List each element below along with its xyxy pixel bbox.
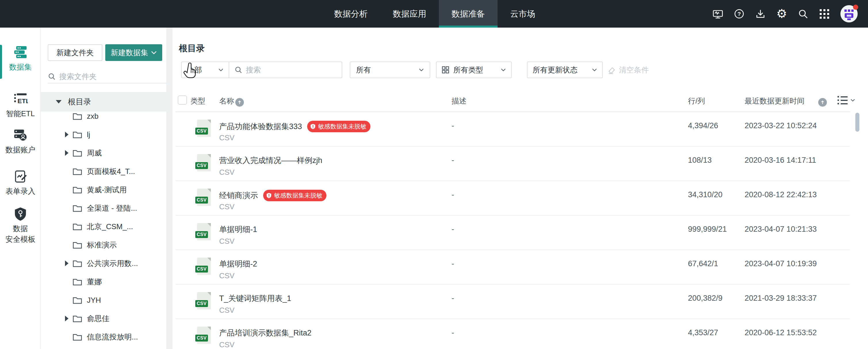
folder-icon (72, 222, 82, 231)
new-dataset-button[interactable]: 新建数据集 (105, 44, 162, 61)
table-row[interactable]: CSV 单据明细-1 CSV - 999,999/21 2023-04-07 1… (176, 216, 850, 250)
table-row[interactable]: CSV 产品培训演示数据集_Rita2 CSV - 4,353/27 2020-… (176, 319, 850, 349)
sidebar-item-data-security[interactable]: 数据 安全模板 (0, 207, 41, 244)
tree-folder-item[interactable]: 页面模板4_T... (41, 162, 166, 181)
dataset-updated-time: 2023-04-07 10:19:39 (745, 259, 817, 268)
sidebar-item-label: 数据账户 (0, 145, 41, 155)
tree-folder-item[interactable]: 标准演示 (41, 236, 166, 254)
search-icon[interactable] (798, 9, 808, 19)
dataset-search-input[interactable] (246, 66, 332, 74)
dataset-rows-cols: 108/13 (688, 156, 712, 165)
tree-folder-item[interactable]: lj (41, 125, 166, 144)
clear-filters-button[interactable]: 清空条件 (608, 65, 649, 75)
etl-icon: ETL (13, 91, 28, 106)
sidebar-item-data-account[interactable]: 数据账户 (0, 128, 41, 155)
tree-folder-item[interactable]: 黄威-测试用 (41, 181, 166, 199)
view-options-button[interactable] (838, 96, 855, 104)
scope-dropdown[interactable]: 全部 (182, 62, 229, 77)
data-security-icon (13, 207, 28, 221)
tree-folder-label: lj (87, 130, 90, 139)
sort-ascending-icon[interactable] (235, 96, 244, 107)
notification-dot (853, 5, 858, 10)
csv-file-icon: CSV (197, 326, 211, 344)
dataset-rows-cols: 999,999/21 (688, 225, 727, 234)
screen-share-icon[interactable] (713, 9, 723, 19)
nav-actions: ? ⚙ (713, 0, 858, 28)
vertical-scrollbar-thumb[interactable] (855, 113, 859, 132)
table-row[interactable]: CSV T_关键词矩阵用表_1 CSV - 200,382/9 2021-03-… (176, 285, 850, 319)
column-header-name[interactable]: 名称 (219, 96, 234, 106)
dataset-rows-cols: 34,310/20 (688, 190, 722, 199)
file-type-tag: CSV (195, 128, 208, 134)
csv-file-icon: CSV (197, 120, 211, 137)
sidebar-item-dataset[interactable]: 数据集 (0, 45, 41, 72)
dataset-rows-cols: 67,642/1 (688, 259, 718, 268)
caret-right-icon[interactable] (65, 132, 68, 137)
nav-tab[interactable]: 数据准备 (439, 0, 498, 28)
folder-icon (72, 332, 82, 341)
column-header-updated[interactable]: 最近数据更新时间 (745, 96, 804, 106)
dataset-name-link[interactable]: 产品功能体验数据集333 (219, 121, 302, 132)
caret-down-icon[interactable] (56, 100, 62, 103)
shield-alert-icon (310, 124, 316, 129)
dataset-updated-time: 2023-04-07 10:21:33 (745, 225, 817, 234)
table-row[interactable]: CSV 单据明细-2 CSV - 67,642/1 2023-04-07 10:… (176, 250, 850, 285)
dataset-name-link[interactable]: 单据明细-1 (219, 224, 257, 234)
user-avatar[interactable] (840, 5, 858, 23)
table-row[interactable]: CSV 经销商演示 敏感数据集未脱敏 CSV - 34,310/20 2020-… (176, 181, 850, 216)
tree-folder-label: 俞思佳 (87, 314, 109, 324)
dataset-description: - (452, 328, 454, 337)
dataset-name-link[interactable]: T_关键词矩阵用表_1 (219, 293, 291, 304)
select-all-checkbox[interactable] (178, 95, 187, 105)
dataset-name-link[interactable]: 单据明细-2 (219, 259, 257, 269)
tree-folder-item[interactable]: 信息流投放明... (41, 328, 166, 346)
sensitive-badge-label: 敏感数据集未脱敏 (274, 191, 322, 199)
sidebar-item-form-entry[interactable]: 表单录入 (0, 169, 41, 196)
tree-folder-item[interactable]: 周威 (41, 144, 166, 162)
chevron-down-icon (218, 68, 223, 71)
avatar-pixel (844, 9, 847, 12)
type-filter-dropdown[interactable]: 所有类型 (436, 62, 512, 78)
update-status-filter-dropdown[interactable]: 所有更新状态 (527, 62, 603, 78)
help-icon[interactable]: ? (734, 9, 744, 19)
dataset-search[interactable] (229, 66, 332, 74)
sort-ascending-icon[interactable] (818, 96, 827, 107)
caret-right-icon[interactable] (65, 150, 68, 156)
nav-tab[interactable]: 数据分析 (321, 0, 380, 28)
tree-folder-item[interactable]: zxb (41, 107, 166, 125)
sidebar-item-label: 表单录入 (0, 186, 41, 196)
download-icon[interactable] (755, 9, 766, 19)
folder-icon (72, 241, 82, 249)
shield-alert-icon (266, 193, 272, 198)
dataset-name-link[interactable]: 经销商演示 (219, 190, 258, 201)
dataset-description: - (452, 190, 454, 199)
caret-right-icon[interactable] (65, 260, 68, 266)
caret-right-icon[interactable] (65, 316, 68, 321)
tree-folder-item[interactable]: 董娜 (41, 273, 166, 291)
table-row[interactable]: CSV 产品功能体验数据集333 敏感数据集未脱敏 CSV - 4,394/26… (176, 112, 850, 147)
folder-search-input[interactable] (59, 72, 154, 81)
nav-tab[interactable]: 数据应用 (380, 0, 439, 28)
settings-icon[interactable]: ⚙ (777, 9, 787, 19)
tree-folder-item[interactable]: 俞思佳 (41, 309, 166, 328)
nav-tab[interactable]: 云市场 (498, 0, 548, 28)
tree-folder-item[interactable]: 全渠道 - 登陆... (41, 199, 166, 217)
owner-filter-dropdown[interactable]: 所有 (350, 62, 430, 78)
dataset-name-link[interactable]: 营业收入完成情况——样例zjh (219, 155, 322, 166)
apps-grid-icon[interactable] (819, 9, 830, 19)
folder-search[interactable] (48, 70, 166, 83)
dataset-name-link[interactable]: 产品培训演示数据集_Rita2 (219, 328, 311, 338)
tree-folder-item[interactable]: 北京_CSM_... (41, 217, 166, 236)
sensitive-data-badge: 敏感数据集未脱敏 (263, 190, 327, 201)
tree-folder-label: 董娜 (87, 277, 102, 287)
dataset-description: - (452, 259, 454, 268)
table-row[interactable]: CSV 营业收入完成情况——样例zjh CSV - 108/13 2020-03… (176, 147, 850, 181)
file-type-tag: CSV (195, 266, 208, 273)
column-header-type: 类型 (190, 96, 205, 106)
tree-folder-label: 北京_CSM_... (87, 222, 133, 232)
new-folder-button[interactable]: 新建文件夹 (48, 44, 102, 61)
tree-folder-item[interactable]: 公共演示用数... (41, 254, 166, 273)
sidebar-item-etl[interactable]: ETL 智能ETL (0, 91, 41, 119)
folder-icon (72, 149, 82, 157)
tree-folder-item[interactable]: JYH (41, 291, 166, 309)
